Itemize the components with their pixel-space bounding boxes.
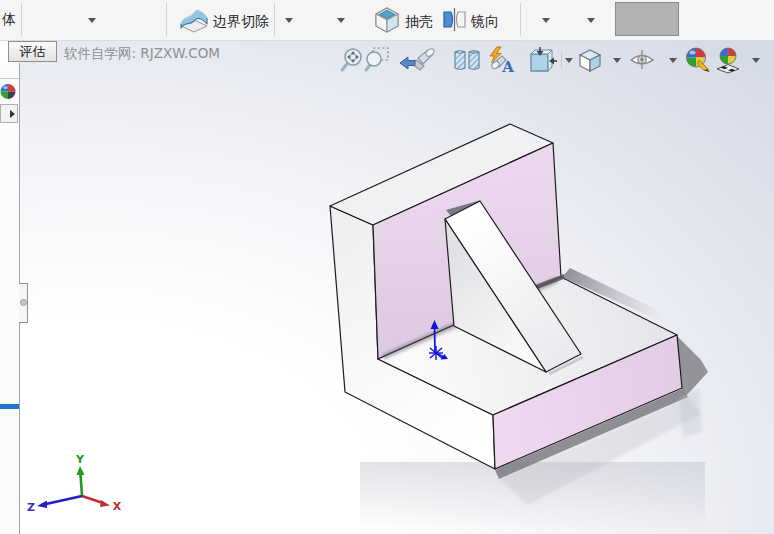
corner-reflection <box>679 388 702 438</box>
mirror-label: 镜向 <box>471 13 499 31</box>
shell-label: 抽壳 <box>405 13 433 31</box>
dropdown-arrow-icon[interactable] <box>337 18 345 23</box>
panel-top-box <box>0 63 19 79</box>
separator <box>21 3 22 36</box>
shell-button[interactable]: 抽壳 <box>371 4 433 39</box>
shell-icon <box>371 4 402 39</box>
mirror-button[interactable]: 镜向 <box>441 6 499 37</box>
boundary-cut-label: 边界切除 <box>213 13 269 31</box>
expand-panel-button[interactable] <box>0 104 18 123</box>
dropdown-arrow-icon[interactable] <box>542 18 550 23</box>
chevron-right-icon <box>10 110 15 118</box>
solidworks-window: 体 边界切除 <box>0 0 774 534</box>
separator <box>520 3 521 36</box>
triad-z-label: Z <box>27 501 35 514</box>
separator <box>274 3 275 36</box>
boundary-cut-button[interactable]: 边界切除 <box>177 3 269 40</box>
triad-x-label: X <box>113 500 122 513</box>
command-ribbon: 体 边界切除 <box>0 0 774 41</box>
dropdown-arrow-icon[interactable] <box>587 18 595 23</box>
triad-y-label: Y <box>75 453 85 466</box>
boundary-cut-icon <box>177 3 210 40</box>
model-canvas[interactable]: Y X Z <box>19 41 774 534</box>
dropdown-arrow-icon[interactable] <box>285 18 293 23</box>
dropdown-arrow-icon[interactable] <box>88 18 96 23</box>
toolbar-blank-button[interactable] <box>615 2 679 36</box>
feature-manager-collapsed-strip <box>0 63 20 534</box>
appearance-ball-icon <box>0 83 18 101</box>
ribbon-partial-label: 体 <box>2 11 16 29</box>
reference-triad: Y X Z <box>27 453 122 514</box>
mirror-icon <box>441 6 468 37</box>
panel-accent-line <box>0 404 19 409</box>
separator <box>166 3 167 36</box>
